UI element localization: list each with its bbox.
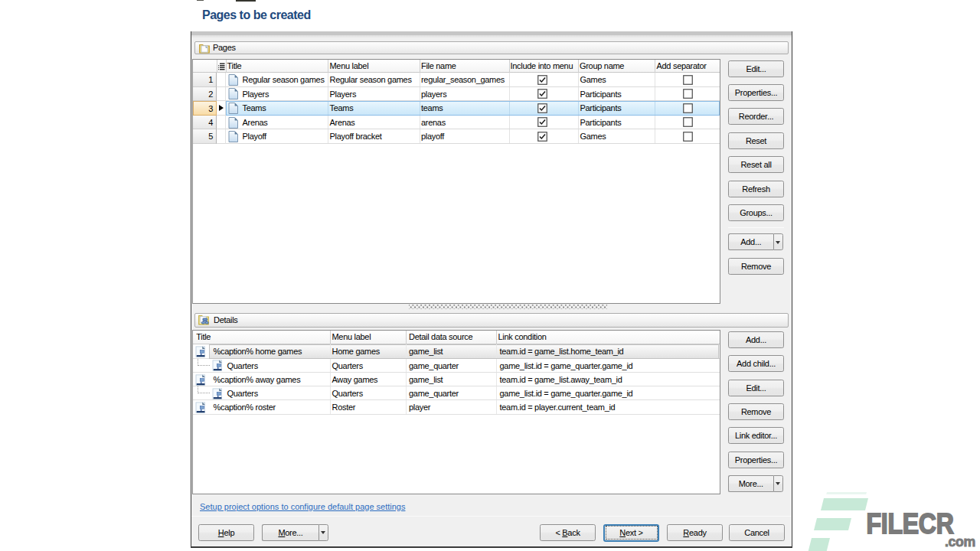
svg-text:FILECR: FILECR [867, 507, 954, 540]
svg-text:.com: .com [945, 534, 975, 549]
